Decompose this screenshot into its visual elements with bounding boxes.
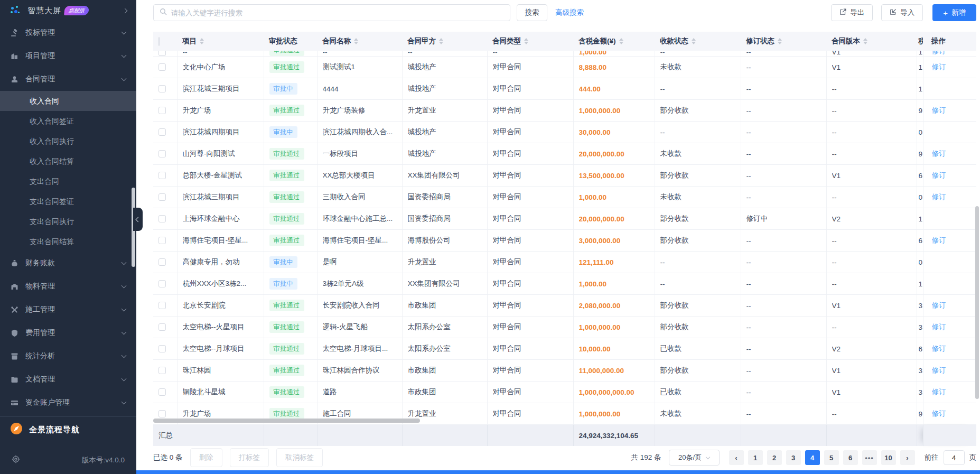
page-button[interactable]: 2 (767, 450, 782, 465)
goto-page-input[interactable] (944, 450, 965, 465)
table-row[interactable]: -- 审批通过 -- -- -- 1,000.00 -- -- V1 1 修订 (153, 51, 976, 57)
horizontal-scrollbar[interactable] (153, 419, 420, 423)
search-input[interactable] (171, 9, 504, 17)
sidebar-item-expenses[interactable]: 费用管理 (0, 321, 136, 345)
row-checkbox[interactable] (158, 215, 166, 222)
import-button[interactable]: 导入 (881, 4, 923, 21)
row-checkbox[interactable] (158, 345, 166, 352)
table-row[interactable]: 杭州XXX小区3栋2... 审批中 3栋2单元A级 XX集团有限公司 对甲合同 … (153, 273, 976, 295)
vertical-scrollbar[interactable] (975, 206, 979, 399)
delete-button[interactable]: 删除 (190, 448, 222, 467)
table-row[interactable]: 太空电梯--火星项目 审批通过 逻辑-火星飞船 太阳系办公室 对甲合同 1,00… (153, 317, 976, 338)
page-button[interactable]: 3 (786, 450, 801, 465)
revise-link[interactable]: 修订 (932, 344, 946, 354)
row-checkbox[interactable] (158, 150, 166, 157)
sidebar-item-bidding[interactable]: 投标管理 (0, 21, 136, 44)
table-row[interactable]: 海博住宅项目-坚星... 审批通过 海博住宅项目-坚星... 海博股份公司 对甲… (153, 230, 976, 252)
table-row[interactable]: 滨江花城四期项目 审批中 滨江花城四期收入合... 城投地产 对甲合同 30,0… (153, 122, 976, 143)
table-row[interactable]: 高健康专用，勿动 审批中 是啊 升龙置业 对甲合同 121,111.00 -- … (153, 252, 976, 273)
search-button[interactable]: 搜索 (517, 4, 547, 21)
sidebar-item-statistics[interactable]: 统计分析 (0, 345, 136, 368)
sidebar-subitem[interactable]: 支出合同执行 (0, 211, 136, 231)
col-header-project[interactable]: 项目 (177, 32, 264, 51)
untag-button[interactable]: 取消标签 (276, 448, 323, 467)
sidebar-item-projects[interactable]: 项目管理 (0, 44, 136, 68)
sidebar-item-documents[interactable]: 文档管理 (0, 368, 136, 391)
col-header-revision-status[interactable]: 修订状态 (741, 32, 826, 51)
sidebar-item-finance[interactable]: 财务账款 (0, 252, 136, 275)
advanced-search-link[interactable]: 高级搜索 (555, 8, 584, 17)
sidebar-subitem[interactable]: 支出合同 (0, 171, 136, 191)
revise-link[interactable]: 修订 (932, 192, 946, 202)
search-box[interactable] (153, 4, 510, 21)
row-checkbox[interactable] (158, 172, 166, 179)
select-all-checkbox[interactable] (158, 37, 160, 46)
table-row[interactable]: 太空电梯--月球项目 审批通过 太空电梯-月球项目... 太阳系办公室 对甲合同… (153, 338, 976, 360)
sidebar-subitem[interactable]: 收入合同结算 (0, 151, 136, 171)
add-button[interactable]: + 新增 (932, 4, 976, 21)
row-checkbox[interactable] (158, 128, 166, 136)
col-header-party-a[interactable]: 合同甲方 (402, 32, 487, 51)
prev-page-button[interactable]: ‹ (729, 450, 744, 465)
revise-link[interactable]: 修订 (932, 322, 946, 332)
row-checkbox[interactable] (158, 258, 166, 266)
table-row[interactable]: 总部大楼-金星测试 审批通过 XX总部大楼项目 XX集团有限公司 对甲合同 13… (153, 165, 976, 187)
table-row[interactable]: 北京长安剧院 审批通过 长安剧院收入合同 市政集团 对甲合同 2,080,000… (153, 295, 976, 317)
revise-link[interactable]: 修订 (932, 106, 946, 115)
row-checkbox[interactable] (158, 302, 166, 309)
table-row[interactable]: 滨江花城三期项目 审批中 4444 城投地产 对甲合同 444.00 -- --… (153, 78, 976, 100)
table-row[interactable]: 文化中心广场 审批通过 测试测试1 城投地产 对甲合同 8,888.00 未收款… (153, 57, 976, 78)
next-page-button[interactable]: › (900, 450, 915, 465)
revise-link[interactable]: 修订 (932, 387, 946, 397)
revise-link[interactable]: 修订 (932, 301, 946, 310)
sidebar-item-fund-accounts[interactable]: 资金账户管理 (0, 391, 136, 414)
page-button[interactable]: 5 (824, 450, 839, 465)
page-button[interactable]: 4 (805, 450, 820, 465)
tag-button[interactable]: 打标签 (230, 448, 269, 467)
table-row[interactable]: 滨江花城三期项目 审批通过 三期收入合同 国资委招商局 对甲合同 1,000.0… (153, 187, 976, 208)
sidebar-item-construction[interactable]: 施工管理 (0, 298, 136, 321)
sidebar-subitem[interactable]: 收入合同执行 (0, 131, 136, 151)
row-checkbox[interactable] (158, 388, 166, 396)
page-button[interactable]: 6 (843, 450, 858, 465)
row-checkbox[interactable] (158, 367, 166, 374)
sidebar-item-materials[interactable]: 物料管理 (0, 275, 136, 298)
revise-link[interactable]: 修订 (932, 409, 946, 419)
table-row[interactable]: 铜陵北斗星城 审批通过 道路 市政集团 对甲合同 1,000,000,000.0… (153, 382, 976, 403)
export-button[interactable]: 导出 (831, 4, 873, 21)
row-checkbox[interactable] (158, 51, 166, 56)
page-button[interactable]: ••• (862, 450, 877, 465)
revise-link[interactable]: 修订 (932, 236, 946, 245)
page-button[interactable]: 10 (881, 450, 896, 465)
row-checkbox[interactable] (158, 410, 166, 417)
table-row[interactable]: 山河尊-向阳测试 审批通过 一标段项目 城投地产 对甲合同 20,000,000… (153, 143, 976, 165)
row-checkbox[interactable] (158, 85, 166, 92)
row-checkbox[interactable] (158, 193, 166, 201)
revise-link[interactable]: 修订 (932, 51, 946, 56)
sidebar-subitem[interactable]: 收入合同 (0, 91, 136, 111)
table-row[interactable]: 珠江林园 审批通过 珠江林园合作协议 市政集团 对甲合同 11,000,000.… (153, 360, 976, 382)
page-size-select[interactable]: 20条/页 (669, 450, 720, 466)
revise-link[interactable]: 修订 (932, 149, 946, 159)
sidebar-subitem[interactable]: 支出合同签证 (0, 191, 136, 211)
revise-link[interactable]: 修订 (932, 62, 946, 72)
col-header-payment-status[interactable]: 收款状态 (655, 32, 741, 51)
revise-link[interactable]: 修订 (932, 171, 946, 180)
col-header-amount[interactable]: 含税金额(¥) (573, 32, 655, 51)
col-header-contract-name[interactable]: 合同名称 (317, 32, 402, 51)
row-checkbox[interactable] (158, 107, 166, 114)
table-row[interactable]: 升龙广场 审批通过 升龙广场装修 升龙置业 对甲合同 1,000,000.00 … (153, 100, 976, 122)
sidebar-item-panorama-nav[interactable]: 全景流程导航 (0, 417, 136, 442)
col-header-contract-type[interactable]: 合同类型 (487, 32, 573, 51)
sidebar-subitem[interactable]: 支出合同结算 (0, 231, 136, 252)
row-checkbox[interactable] (158, 63, 166, 71)
sidebar-collapse-handle[interactable] (133, 208, 143, 231)
page-button[interactable]: 1 (748, 450, 763, 465)
revise-link[interactable]: 修订 (932, 366, 946, 375)
row-checkbox[interactable] (158, 323, 166, 331)
col-header-contract-version[interactable]: 合同版本 (826, 32, 917, 51)
sidebar-subitem[interactable]: 收入合同签证 (0, 111, 136, 131)
row-checkbox[interactable] (158, 237, 166, 244)
sidebar-item-contracts[interactable]: 合同管理 (0, 68, 136, 91)
gear-icon[interactable] (12, 455, 20, 466)
